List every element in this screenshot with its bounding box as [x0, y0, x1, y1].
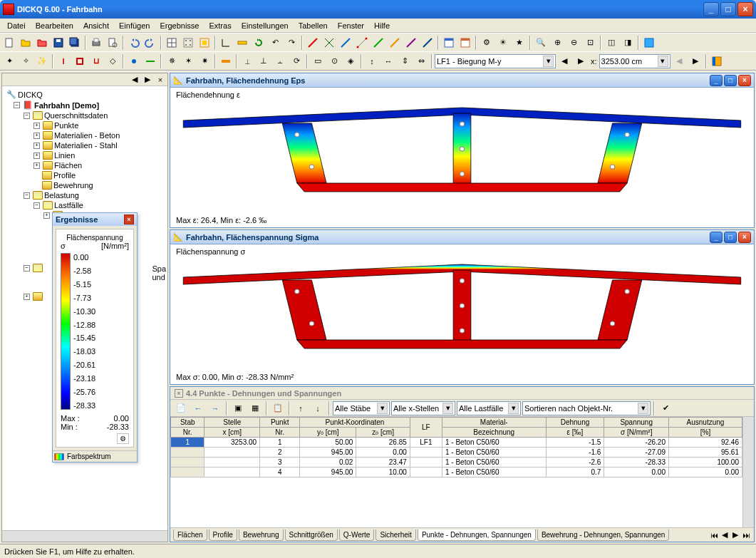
- res3-icon[interactable]: ⇕: [397, 53, 413, 69]
- table-vscroll[interactable]: [742, 417, 754, 527]
- grid3-icon[interactable]: [197, 35, 212, 51]
- menu-ergebnisse[interactable]: Ergebnisse: [155, 20, 203, 31]
- sel-rect-icon[interactable]: ▭: [310, 53, 326, 69]
- tab-punkte-dehn[interactable]: Punkte - Dehnungen, Spannungen: [418, 529, 536, 541]
- tbl-sort2-icon[interactable]: ↓: [310, 401, 326, 416]
- saveall-icon[interactable]: [67, 35, 83, 51]
- zoom-in-icon[interactable]: ⊕: [549, 35, 565, 51]
- undo-icon[interactable]: [126, 35, 142, 51]
- minimize-button[interactable]: _: [703, 2, 719, 16]
- nav-left-icon[interactable]: ◀: [129, 74, 140, 86]
- menu-datei[interactable]: Datei: [3, 20, 30, 31]
- redo2-icon[interactable]: [251, 35, 266, 51]
- line2-icon[interactable]: [338, 35, 353, 51]
- wand3-icon[interactable]: ✨: [34, 53, 50, 69]
- xtra2-icon[interactable]: ◨: [620, 35, 636, 51]
- next-icon[interactable]: ▶: [573, 53, 589, 69]
- tree-belastung[interactable]: Belastung: [44, 191, 79, 200]
- close-button[interactable]: ×: [737, 2, 753, 16]
- tree-root[interactable]: DICKQ: [18, 91, 43, 99]
- erg-options-icon[interactable]: ⚙: [117, 433, 129, 444]
- nav-prev-icon[interactable]: ◀: [671, 53, 687, 69]
- res4-icon[interactable]: ⇔: [413, 53, 429, 69]
- tab-qwerte[interactable]: Q-Werte: [339, 529, 375, 541]
- plot1-min-icon[interactable]: _: [710, 75, 723, 86]
- shape-i-icon[interactable]: I: [56, 53, 71, 69]
- cross-icon[interactable]: [321, 35, 337, 51]
- star2-icon[interactable]: ✶: [180, 53, 196, 69]
- tabs-next-icon[interactable]: ▶: [730, 530, 740, 540]
- zoom-out-icon[interactable]: ⊖: [566, 35, 581, 51]
- open-icon[interactable]: [18, 35, 33, 51]
- prev-icon[interactable]: ◀: [556, 53, 572, 69]
- tree-mat-beton[interactable]: Materialien - Beton: [54, 131, 120, 140]
- tree-lastfaelle[interactable]: Lastfälle: [54, 201, 83, 210]
- tbl-filter2-icon[interactable]: ▦: [247, 401, 263, 416]
- tbl-filter1-icon[interactable]: ▣: [230, 401, 246, 416]
- tree-linien[interactable]: Linien: [54, 151, 75, 160]
- tab-flaechen[interactable]: Flächen: [173, 529, 207, 541]
- beam-icon[interactable]: [218, 53, 234, 69]
- combo-sort[interactable]: Sortieren nach Objekt-Nr.▾: [522, 401, 651, 415]
- tree-flaechen[interactable]: Flächen: [54, 161, 82, 170]
- line1-icon[interactable]: [305, 35, 321, 51]
- grid1-icon[interactable]: [164, 35, 180, 51]
- shape-rect-icon[interactable]: [72, 53, 88, 69]
- save-icon[interactable]: [51, 35, 66, 51]
- misc3-icon[interactable]: ◇: [105, 53, 120, 69]
- sel-all-icon[interactable]: ◈: [343, 53, 358, 69]
- menu-ansicht[interactable]: Ansicht: [79, 20, 113, 31]
- tab-schnitt[interactable]: Schnittgrößen: [285, 529, 338, 541]
- maximize-button[interactable]: □: [720, 2, 736, 16]
- anchor1-icon[interactable]: ⟂: [239, 53, 255, 69]
- line-green-icon[interactable]: [143, 53, 158, 69]
- shape-u-icon[interactable]: ⊔: [88, 53, 104, 69]
- combo-lastfaelle[interactable]: Alle Lastfälle▾: [457, 401, 521, 415]
- loadcase-combo[interactable]: LF1 - Biegung M-y▾: [435, 54, 556, 68]
- redo-icon[interactable]: [143, 35, 158, 51]
- sel-point-icon[interactable]: ⊙: [326, 53, 342, 69]
- zoom-fit-icon[interactable]: ⊡: [582, 35, 598, 51]
- plot2-close-icon[interactable]: ×: [738, 232, 751, 243]
- tbl-back-icon[interactable]: ←: [190, 401, 206, 416]
- plot1-max-icon[interactable]: □: [724, 75, 737, 86]
- star1-icon[interactable]: ✵: [164, 53, 180, 69]
- nav-close-icon[interactable]: ×: [155, 74, 166, 86]
- line4-icon[interactable]: [371, 35, 386, 51]
- combo-xstellen[interactable]: Alle x-Stellen▾: [391, 401, 455, 415]
- ruler-icon[interactable]: [234, 35, 250, 51]
- anchor3-icon[interactable]: ⫠: [272, 53, 288, 69]
- print-icon[interactable]: [88, 35, 104, 51]
- wand2-icon[interactable]: ✧: [18, 53, 33, 69]
- nav-next-icon[interactable]: ▶: [688, 53, 703, 69]
- tree-hscroll[interactable]: [2, 530, 167, 542]
- opt2-icon[interactable]: ☀: [495, 35, 511, 51]
- grid2-icon[interactable]: [180, 35, 196, 51]
- xtra1-icon[interactable]: ◫: [604, 35, 619, 51]
- menu-einfuegen[interactable]: Einfügen: [115, 20, 154, 31]
- tbl-apply-icon[interactable]: ✔: [658, 401, 673, 416]
- line6-icon[interactable]: [403, 35, 419, 51]
- tbl-copy-icon[interactable]: 📋: [270, 401, 286, 416]
- menu-fenster[interactable]: Fenster: [333, 20, 368, 31]
- rotate-r-icon[interactable]: ↷: [284, 35, 299, 51]
- line3-icon[interactable]: [354, 35, 370, 51]
- tabs-first-icon[interactable]: ⏮: [709, 530, 719, 540]
- tree-mat-stahl[interactable]: Materialien - Stahl: [54, 141, 118, 150]
- zoom-find-icon[interactable]: 🔍: [533, 35, 549, 51]
- combo-staebe[interactable]: Alle Stäbe▾: [333, 401, 390, 415]
- rot-icon[interactable]: ⟳: [289, 53, 304, 69]
- tab-bewehrung[interactable]: Bewehrung: [239, 529, 284, 541]
- menu-hilfe[interactable]: Hilfe: [370, 20, 394, 31]
- tbl-sort1-icon[interactable]: ↑: [293, 401, 309, 416]
- x-position-input[interactable]: 3253.00 cm▾: [599, 54, 670, 68]
- window1-icon[interactable]: [441, 35, 457, 51]
- tree-project[interactable]: Fahrbahn [Demo]: [34, 101, 99, 110]
- tree-profile[interactable]: Profile: [53, 171, 76, 180]
- anchor2-icon[interactable]: ⊥: [256, 53, 271, 69]
- ergebnisse-close-icon[interactable]: ×: [124, 215, 134, 224]
- menu-extras[interactable]: Extras: [204, 20, 235, 31]
- opt1-icon[interactable]: ⚙: [479, 35, 494, 51]
- tree-bewehrung[interactable]: Bewehrung: [53, 181, 93, 190]
- tree-punkte[interactable]: Punkte: [54, 121, 78, 130]
